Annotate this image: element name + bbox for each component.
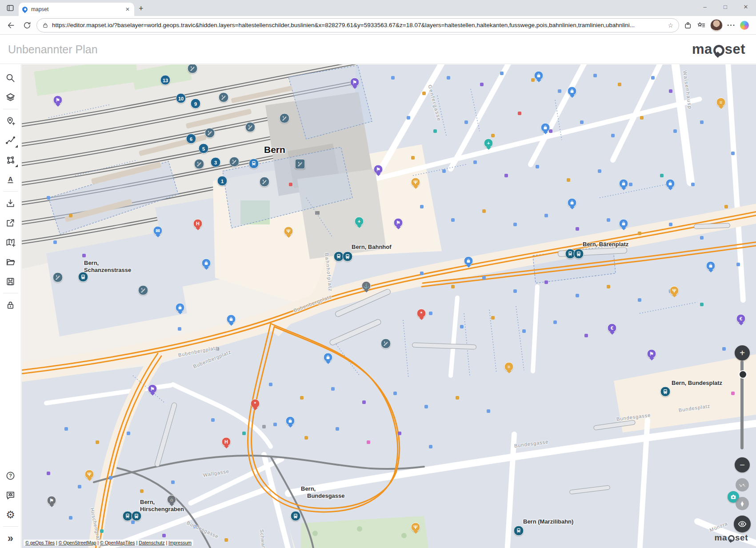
transit-stop-icon-bus[interactable] bbox=[660, 387, 671, 397]
transit-stop-icon-stairs[interactable] bbox=[53, 272, 63, 283]
browser-menu-icon[interactable]: ··· bbox=[727, 21, 736, 29]
draw-line-button[interactable] bbox=[2, 131, 20, 150]
fit-extent-button[interactable]: ↘↖ bbox=[736, 478, 749, 492]
tab-actions-icon[interactable] bbox=[4, 2, 17, 14]
poi-marker[interactable]: * bbox=[417, 309, 426, 318]
map-canvas[interactable]: BernBern, BahnhofBern,SchanzenstrasseBer… bbox=[22, 64, 756, 548]
favorites-list-icon[interactable] bbox=[697, 21, 706, 30]
poi-marker[interactable] bbox=[619, 219, 628, 228]
transit-stop-icon-stairs[interactable] bbox=[219, 92, 229, 103]
poi-marker[interactable]: ⚑ bbox=[148, 384, 157, 394]
close-button[interactable]: ✕ bbox=[736, 0, 756, 13]
attribution-link[interactable]: © OpenMapTiles bbox=[100, 540, 135, 545]
platform-number-badge[interactable]: 1 bbox=[217, 176, 228, 186]
poi-marker[interactable]: ⚑ bbox=[647, 349, 656, 359]
visibility-eye-button[interactable] bbox=[734, 516, 751, 532]
transit-stop-icon-stairs[interactable] bbox=[194, 159, 204, 169]
transit-stop-icon-bus[interactable] bbox=[78, 272, 88, 282]
platform-edge[interactable] bbox=[64, 199, 132, 222]
profile-avatar[interactable] bbox=[710, 19, 723, 32]
url-field[interactable]: https://editor.mapset.io/?baselayer=worl… bbox=[36, 18, 679, 32]
plan-title-input[interactable] bbox=[7, 43, 276, 56]
maximize-button[interactable]: □ bbox=[715, 0, 736, 13]
poi-marker[interactable]: + bbox=[484, 139, 493, 148]
poi-marker[interactable]: * bbox=[251, 399, 260, 408]
poi-marker[interactable]: ≡ bbox=[716, 98, 726, 107]
zoom-slider[interactable] bbox=[740, 360, 744, 449]
search-button[interactable] bbox=[2, 68, 20, 88]
platform-number-badge[interactable]: 3 bbox=[211, 157, 221, 168]
platform-number-badge[interactable]: 13 bbox=[160, 75, 171, 85]
transit-stop-icon-train[interactable] bbox=[249, 159, 259, 169]
poi-marker[interactable]: € bbox=[608, 324, 617, 333]
transit-stop-icon-bus[interactable] bbox=[574, 249, 584, 259]
share-button[interactable] bbox=[2, 213, 20, 232]
platform-number-badge[interactable]: 6 bbox=[186, 134, 196, 144]
zoom-out-button[interactable]: − bbox=[735, 457, 750, 472]
platform-edge[interactable] bbox=[186, 108, 252, 128]
poi-marker[interactable]: ⚑ bbox=[53, 96, 63, 105]
poi-marker[interactable]: ⚑ bbox=[47, 496, 56, 505]
poi-marker[interactable]: ⌂ bbox=[167, 495, 176, 504]
minimize-button[interactable]: – bbox=[695, 0, 715, 13]
platform-number-badge[interactable]: 9 bbox=[191, 99, 201, 109]
poi-marker[interactable]: + bbox=[355, 217, 364, 226]
attribution-link[interactable]: Impressum bbox=[168, 540, 192, 545]
poi-marker[interactable]: ✉ bbox=[153, 226, 163, 236]
attribution-link[interactable]: © geOps Tiles bbox=[25, 540, 55, 545]
transit-stop-icon-stairs[interactable] bbox=[280, 113, 290, 124]
poi-marker[interactable]: Ψ bbox=[670, 286, 679, 296]
poi-marker[interactable] bbox=[176, 303, 185, 312]
poi-marker[interactable]: € bbox=[736, 314, 746, 324]
poi-marker[interactable]: ⚓ bbox=[362, 281, 371, 291]
poi-marker[interactable] bbox=[324, 353, 333, 362]
favorite-star-icon[interactable]: ☆ bbox=[668, 22, 673, 29]
platform-number-badge[interactable]: 10 bbox=[176, 93, 186, 104]
platform-edge[interactable] bbox=[91, 162, 161, 184]
poi-marker[interactable]: ≡ bbox=[504, 362, 514, 372]
platform-edge[interactable] bbox=[412, 342, 476, 349]
settings-button[interactable]: ⚙ bbox=[2, 505, 20, 524]
add-map-button[interactable] bbox=[2, 232, 20, 252]
platform-edge[interactable] bbox=[329, 318, 382, 346]
copilot-icon[interactable] bbox=[740, 21, 749, 30]
poi-marker[interactable] bbox=[534, 71, 544, 80]
feedback-button[interactable] bbox=[2, 485, 20, 505]
transit-stop-icon-stairs[interactable] bbox=[381, 339, 391, 349]
transit-stop-icon-stairs[interactable] bbox=[138, 285, 148, 296]
poi-marker[interactable] bbox=[227, 315, 236, 324]
poi-marker[interactable]: Ψ bbox=[411, 523, 420, 532]
attribution-link[interactable]: Datenschutz bbox=[139, 540, 164, 545]
transit-stop-icon-stairs[interactable] bbox=[260, 177, 270, 187]
back-button[interactable] bbox=[4, 19, 18, 32]
browser-tab[interactable]: mapset ✕ bbox=[19, 3, 134, 16]
platform-edge[interactable] bbox=[231, 86, 292, 104]
transit-stop-icon-train[interactable] bbox=[514, 526, 524, 536]
transit-stop-icon-stairs[interactable] bbox=[205, 128, 215, 138]
zoom-in-button[interactable]: + bbox=[735, 345, 750, 360]
poi-marker[interactable] bbox=[202, 259, 211, 268]
poi-marker[interactable] bbox=[568, 87, 577, 96]
add-stop-button[interactable] bbox=[2, 111, 20, 131]
expand-sidebar-button[interactable]: » bbox=[2, 528, 20, 548]
poi-marker[interactable]: ⚑ bbox=[374, 165, 383, 174]
platform-edge[interactable] bbox=[139, 134, 207, 156]
download-button[interactable] bbox=[2, 193, 20, 213]
layers-button[interactable] bbox=[2, 88, 20, 107]
poi-marker[interactable]: ⚑ bbox=[350, 78, 360, 87]
transit-stop-icon-stairs[interactable] bbox=[188, 64, 198, 74]
poi-marker[interactable] bbox=[619, 179, 628, 188]
poi-marker[interactable]: H bbox=[193, 219, 203, 228]
poi-marker[interactable]: Ψ bbox=[85, 470, 94, 479]
extensions-icon[interactable] bbox=[684, 21, 692, 30]
help-button[interactable]: ? bbox=[2, 466, 20, 485]
lock-button[interactable] bbox=[2, 295, 20, 315]
platform-edge[interactable] bbox=[593, 420, 636, 430]
transit-stop-icon-bus[interactable] bbox=[343, 252, 353, 262]
transit-stop-icon-stairs[interactable] bbox=[295, 159, 305, 169]
draw-polygon-button[interactable] bbox=[2, 150, 20, 170]
transit-stop-icon-bus[interactable] bbox=[132, 511, 142, 521]
poi-marker[interactable] bbox=[464, 256, 473, 266]
tab-close-icon[interactable]: ✕ bbox=[124, 6, 131, 12]
transit-stop-icon-stairs[interactable] bbox=[245, 122, 256, 132]
